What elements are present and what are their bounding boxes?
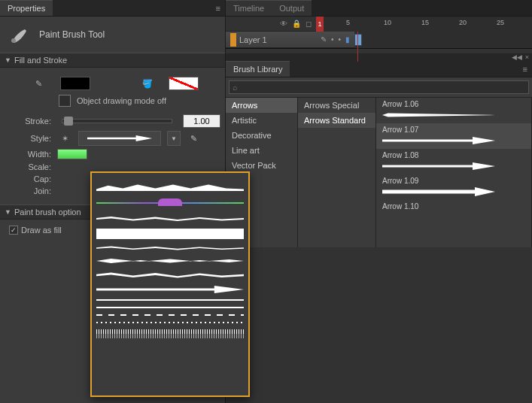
brush-name: Arrow 1.09	[382, 177, 525, 185]
checkbox-checked-icon: ✓	[9, 226, 18, 235]
tab-brush-library[interactable]: Brush Library	[226, 61, 290, 77]
panel-menu-icon[interactable]: ≡	[211, 4, 225, 13]
brush-arrow-110[interactable]: Arrow 1.10	[376, 200, 531, 215]
stroke-slider[interactable]	[62, 119, 172, 123]
right-column: Timeline Output 👁 🔒 ◻ 1 5 10 15 20 25 La…	[226, 0, 532, 403]
brush-arrow-106[interactable]: Arrow 1.06	[376, 98, 531, 123]
layer-vis-dot[interactable]: •	[331, 35, 334, 44]
stroke-preview[interactable]	[96, 215, 244, 223]
brush-name: Arrow 1.07	[382, 126, 525, 134]
ruler-tick: 10	[384, 19, 391, 26]
category-artistic[interactable]: Artistic	[226, 113, 297, 128]
brush-subcategory-list: Arrows Special Arrows Standard	[298, 98, 376, 247]
timeline-ruler[interactable]: 1 5 10 15 20 25	[316, 17, 532, 32]
outline-icon[interactable]: ◻	[306, 20, 312, 28]
stroke-preview[interactable]	[96, 257, 244, 265]
layer-color-icon	[230, 33, 236, 47]
brush-arrow-108[interactable]: Arrow 1.08	[376, 149, 531, 174]
object-drawing-toggle[interactable]	[59, 95, 71, 107]
stroke-preview[interactable]	[96, 334, 244, 338]
brush-arrow-107[interactable]: Arrow 1.07	[376, 123, 531, 149]
stroke-preview[interactable]	[96, 307, 244, 308]
playhead-line	[357, 32, 358, 62]
width-label: Width:	[9, 150, 51, 159]
object-drawing-label: Object drawing mode off	[77, 96, 166, 105]
tab-timeline[interactable]: Timeline	[226, 0, 272, 16]
brush-name: Arrow 1.06	[382, 100, 525, 108]
fill-and-stroke-header[interactable]: ▼ Fill and Stroke	[0, 53, 225, 68]
tool-header: Paint Brush Tool	[0, 17, 225, 53]
panel-menu-icon[interactable]: ≡	[518, 65, 532, 74]
playhead[interactable]: 1	[316, 17, 324, 32]
style-dropdown-popup[interactable]	[90, 171, 250, 397]
stroke-preview[interactable]	[96, 245, 244, 251]
stroke-preview[interactable]	[96, 197, 244, 209]
svg-point-0	[11, 38, 16, 43]
ruler-tick: 25	[497, 19, 504, 26]
stroke-color-swatch[interactable]	[169, 77, 199, 90]
ruler-tick: 20	[459, 19, 467, 26]
stroke-preview[interactable]	[96, 229, 244, 239]
category-arrows[interactable]: Arrows	[226, 98, 297, 113]
frames-track[interactable]	[354, 32, 532, 48]
timeline-header-icons: 👁 🔒 ◻	[226, 20, 316, 28]
eye-icon[interactable]: 👁	[280, 20, 287, 28]
brush-library-panel: ◀◀ × Brush Library ≡ Arrows Artistic Dec…	[226, 53, 532, 247]
tool-name: Paint Brush Tool	[39, 29, 105, 40]
stroke-preview-dashed[interactable]	[96, 314, 244, 316]
paint-brush-icon	[9, 24, 30, 45]
stroke-value-input[interactable]	[183, 114, 220, 128]
panel-close-icon[interactable]: ×	[525, 53, 529, 61]
layer-row[interactable]: Layer 1 ✎ • • ▮	[226, 32, 532, 48]
style-picker-icon[interactable]: ✎	[187, 131, 200, 146]
category-line-art[interactable]: Line art	[226, 143, 297, 158]
layer-outline-swatch[interactable]: ▮	[345, 35, 350, 44]
layer-lock-dot[interactable]: •	[339, 35, 342, 44]
paint-brush-options-title: Paint brush option	[14, 208, 81, 217]
fill-and-stroke-title: Fill and Stroke	[14, 56, 67, 65]
tab-output[interactable]: Output	[272, 0, 312, 16]
timeline-panel: Timeline Output 👁 🔒 ◻ 1 5 10 15 20 25 La…	[226, 0, 532, 49]
category-vector-pack[interactable]: Vector Pack	[226, 158, 297, 173]
scale-label: Scale:	[9, 162, 51, 171]
chevron-down-icon: ▼	[5, 208, 11, 216]
stroke-preview-dotted[interactable]	[96, 322, 244, 323]
brush-preset-list: Arrow 1.06 Arrow 1.07 Arrow 1.08 Arrow 1…	[376, 98, 532, 247]
brush-name: Arrow 1.08	[382, 151, 525, 159]
subcat-arrows-special[interactable]: Arrows Special	[298, 98, 375, 113]
brush-name: Arrow 1.10	[382, 202, 525, 211]
fill-color-swatch[interactable]	[60, 77, 90, 90]
stroke-preview-arrow[interactable]	[96, 286, 244, 293]
width-profile[interactable]	[57, 149, 87, 159]
brush-search-input[interactable]	[229, 80, 529, 94]
stroke-preview[interactable]	[96, 299, 244, 301]
layer-pencil-icon[interactable]: ✎	[321, 35, 327, 44]
join-label: Join:	[9, 186, 51, 195]
draw-as-fill-label: Draw as fill	[21, 226, 62, 235]
style-label: Style:	[9, 134, 51, 143]
lock-icon[interactable]: 🔒	[292, 20, 301, 28]
stroke-preview[interactable]	[96, 271, 244, 280]
category-decorative[interactable]: Decorative	[226, 128, 297, 143]
keyframe[interactable]	[354, 34, 362, 46]
pencil-fill-icon[interactable]: ✎	[32, 77, 47, 90]
tab-properties[interactable]: Properties	[0, 0, 53, 16]
style-brush-icon[interactable]: ✶	[57, 132, 72, 145]
stroke-label: Stroke:	[9, 117, 51, 126]
style-combo[interactable]	[78, 131, 161, 146]
stroke-preview[interactable]	[96, 182, 244, 191]
cap-label: Cap:	[9, 174, 51, 183]
properties-tab-row: Properties ≡	[0, 0, 225, 17]
brush-arrow-109[interactable]: Arrow 1.09	[376, 174, 531, 200]
ruler-tick: 5	[346, 19, 350, 26]
layer-name: Layer 1	[239, 35, 267, 44]
subcat-arrows-standard[interactable]: Arrows Standard	[298, 113, 375, 128]
panel-collapse-icon[interactable]: ◀◀	[512, 53, 522, 61]
ruler-tick: 15	[421, 19, 429, 26]
chevron-down-icon: ▼	[5, 56, 11, 64]
bucket-stroke-icon[interactable]: 🪣	[140, 77, 155, 90]
style-dropdown-button[interactable]: ▼	[167, 131, 181, 146]
